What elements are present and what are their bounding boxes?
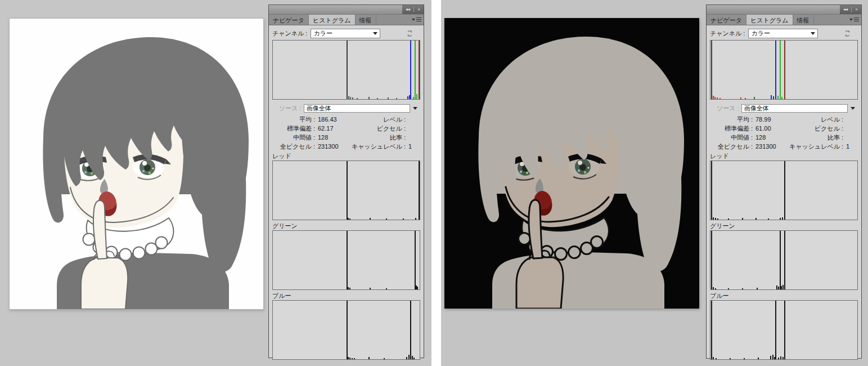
histogram-panel-left: ◂◂ × ナビゲータ ヒストグラム 情報 チャンネル : カラー [268,5,424,358]
stat-label: 比率 : [352,133,406,142]
channel-row: チャンネル : カラー [710,28,858,39]
histogram-blue [272,300,420,360]
chevron-down-icon [851,107,855,110]
stat-value: 231300 [753,143,789,150]
screenshot-composite: ◂◂ × ナビゲータ ヒストグラム 情報 チャンネル : カラー [0,0,868,366]
stat-value: 61.00 [753,125,789,132]
stat-label: 比率 : [789,133,843,142]
chevron-down-icon [373,32,377,35]
histogram-color [272,40,420,100]
stat-row: 中間値 : 128 比率 : [710,133,858,142]
source-dropdown-button[interactable] [848,107,858,110]
tab-navigator[interactable]: ナビゲータ [269,15,309,25]
panel-window-buttons: ◂◂ × [840,5,861,14]
stat-label: 全ピクセル : [272,142,315,151]
chevron-down-icon [849,19,853,21]
panel-menu-button[interactable] [849,17,859,21]
blue-channel-label: ブルー [710,292,858,300]
source-select[interactable]: 画像全体 [304,104,410,113]
stat-value: 186.43 [315,116,352,123]
source-dropdown-button[interactable] [410,107,420,110]
chevron-down-icon [811,32,815,35]
tab-info[interactable]: 情報 [356,15,376,25]
statistics: 平均 : 186.43 レベル : 標準偏差 : 62.17 ピクセル : 中間… [272,115,420,151]
source-row: ソース : 画像全体 [710,103,858,113]
channel-value: カラー [751,29,770,38]
channel-label: チャンネル : [710,29,745,38]
histogram-red [272,160,420,220]
stat-value: 128 [315,134,352,141]
green-channel-label: グリーン [272,222,420,230]
menu-lines-icon [416,17,421,21]
divider [851,7,852,12]
illustration-girl-dark [445,18,699,309]
blue-channel-label: ブルー [272,292,420,300]
channel-value: カラー [313,29,332,38]
statistics: 平均 : 78.99 レベル : 標準偏差 : 61.00 ピクセル : 中間値… [710,115,858,151]
histogram-blue [710,300,858,360]
panel-titlebar[interactable]: ◂◂ × [707,5,861,15]
panel-body: チャンネル : カラー ソース : 画像全体 [269,25,424,360]
panel-menu-button[interactable] [412,17,421,21]
channel-row: チャンネル : カラー [272,28,420,39]
stat-label: ピクセル : [352,124,406,133]
stat-label: 全ピクセル : [710,142,753,151]
workspace-left: ◂◂ × ナビゲータ ヒストグラム 情報 チャンネル : カラー [0,0,431,366]
stat-label: 中間値 : [710,133,753,142]
stat-value: 62.17 [315,125,352,132]
stat-label: レベル : [789,115,843,124]
refresh-icon [406,30,413,37]
document-canvas-light [9,18,264,310]
tab-info[interactable]: 情報 [793,15,814,25]
stat-row: 中間値 : 128 比率 : [272,133,420,142]
collapse-to-icons-button[interactable]: ◂◂ [406,7,410,12]
chevron-down-icon [413,107,417,110]
source-label: ソース : [717,104,739,113]
close-panel-button[interactable]: × [417,7,420,12]
panel-body: チャンネル : カラー ソース : 画像全体 [707,25,861,360]
stat-value: 231300 [315,143,352,150]
stat-label: レベル : [352,115,406,124]
stat-row: 平均 : 186.43 レベル : [272,115,420,124]
refresh-icon [844,30,851,37]
menu-lines-icon [854,17,859,21]
histogram-green [710,230,858,290]
document-canvas-dark [444,18,699,309]
channel-label: チャンネル : [272,29,307,38]
channel-select[interactable]: カラー [748,29,818,38]
panel-tabs: ナビゲータ ヒストグラム 情報 [707,15,861,25]
source-label: ソース : [279,104,302,113]
stat-label: 標準偏差 : [710,124,753,133]
stat-value: 78.99 [753,116,789,123]
histogram-red [710,160,858,220]
refresh-histogram-button[interactable] [844,30,851,37]
source-select[interactable]: 画像全体 [741,104,848,113]
stat-value: 1 [406,143,420,150]
chevron-down-icon [412,19,415,21]
channel-select[interactable]: カラー [311,29,380,38]
panel-titlebar[interactable]: ◂◂ × [269,5,424,15]
histogram-green [272,230,420,290]
divider [413,7,414,12]
workspace-right: ◂◂ × ナビゲータ ヒストグラム 情報 チャンネル : カラー [441,0,868,366]
stat-label: 標準偏差 : [272,124,315,133]
stat-value: 128 [753,134,789,141]
panel-window-buttons: ◂◂ × [402,5,424,14]
close-panel-button[interactable]: × [855,7,858,12]
histogram-color [710,40,858,100]
stat-row: 全ピクセル : 231300 キャッシュレベル : 1 [272,142,420,151]
tab-histogram[interactable]: ヒストグラム [746,15,793,25]
stat-label: 平均 : [272,115,315,124]
refresh-histogram-button[interactable] [406,30,413,37]
tab-navigator[interactable]: ナビゲータ [707,15,746,25]
histogram-panel-right: ◂◂ × ナビゲータ ヒストグラム 情報 チャンネル : カラー [706,5,862,359]
stat-row: 平均 : 78.99 レベル : [710,115,858,124]
stat-label: キャッシュレベル : [789,142,843,151]
green-channel-label: グリーン [710,222,858,230]
collapse-to-icons-button[interactable]: ◂◂ [843,7,848,12]
source-value: 画像全体 [744,104,769,113]
stat-label: 平均 : [710,115,753,124]
source-row: ソース : 画像全体 [272,103,420,113]
stat-label: 中間値 : [272,133,315,142]
tab-histogram[interactable]: ヒストグラム [309,15,356,25]
